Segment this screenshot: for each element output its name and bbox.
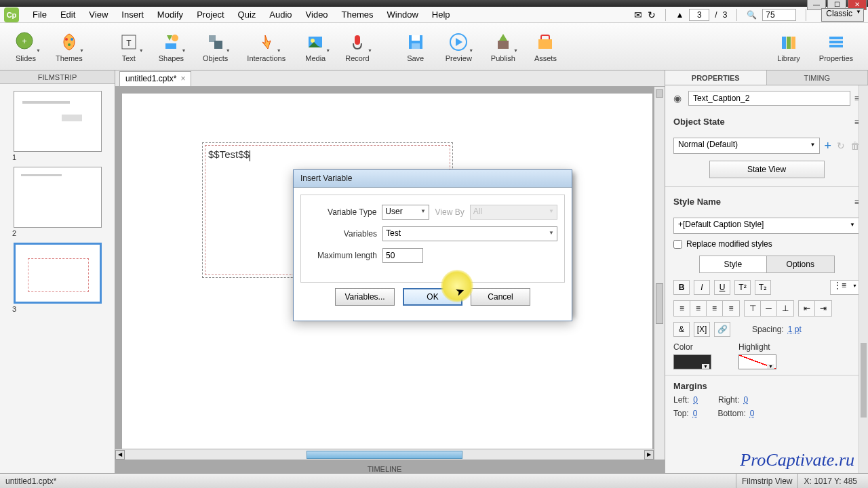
svg-point-3 (71, 38, 73, 41)
menu-themes[interactable]: Themes (335, 7, 380, 22)
document-tab[interactable]: untitled1.cptx* × (119, 71, 191, 86)
panel-scrollbar[interactable] (859, 85, 868, 476)
italic-button[interactable]: I (694, 280, 710, 295)
zoom-icon[interactable]: 🔍 (747, 10, 757, 20)
timeline-header[interactable]: TIMELINE (115, 465, 654, 473)
save-tool[interactable]: Save (397, 30, 435, 64)
close-tab-icon[interactable]: × (180, 74, 185, 83)
add-state-icon[interactable]: + (824, 139, 831, 153)
insert-symbol-button[interactable]: & (673, 322, 690, 337)
horizontal-scrollbar[interactable]: ◀ ▶ (115, 449, 654, 460)
margin-bottom-value[interactable]: 0 (750, 409, 755, 418)
cancel-button[interactable]: Cancel (471, 288, 530, 306)
align-right-button[interactable]: ≡ (707, 301, 723, 316)
record-tool[interactable]: ▼ Record (337, 30, 377, 64)
text-color-swatch[interactable] (673, 354, 711, 369)
menu-video[interactable]: Video (299, 7, 335, 22)
slides-tool[interactable]: +▼ Slides (7, 30, 45, 64)
text-tool[interactable]: T▼ Text (110, 30, 148, 64)
sync-icon[interactable]: ↻ (648, 9, 656, 20)
library-tool[interactable]: Library (769, 30, 808, 64)
shapes-tool[interactable]: ▼ Shapes (151, 30, 192, 64)
style-subtab[interactable]: Style (700, 256, 768, 272)
tab-properties[interactable]: PROPERTIES (665, 70, 767, 85)
vertical-scrollbar[interactable] (654, 87, 665, 460)
menu-insert[interactable]: Insert (115, 7, 151, 22)
ok-button[interactable]: OK (403, 288, 462, 306)
media-tool[interactable]: ▼ Media (296, 30, 334, 64)
menu-view[interactable]: View (82, 7, 115, 22)
variables-select[interactable]: Test (382, 226, 557, 241)
slides-icon: +▼ (15, 31, 37, 53)
scroll-thumb[interactable] (861, 343, 867, 418)
menu-file[interactable]: File (26, 7, 54, 22)
menu-audio[interactable]: Audio (262, 7, 298, 22)
tab-timing[interactable]: TIMING (767, 70, 869, 85)
scroll-thumb[interactable] (307, 451, 462, 459)
margin-right-value[interactable]: 0 (743, 395, 748, 405)
max-length-input[interactable] (382, 248, 423, 263)
valign-middle-button[interactable]: ─ (761, 301, 777, 316)
subscript-button[interactable]: T₂ (755, 280, 771, 295)
divider (806, 9, 806, 21)
align-justify-button[interactable]: ≡ (723, 301, 739, 316)
mail-icon[interactable]: ✉ (634, 9, 642, 20)
slide-thumb-3[interactable] (14, 243, 102, 304)
publish-tool[interactable]: ▼ Publish (483, 30, 524, 64)
interactions-tool[interactable]: ▼ Interactions (239, 30, 294, 64)
workspace-select[interactable]: Classic (821, 8, 864, 22)
upload-icon[interactable]: ▲ (675, 10, 684, 20)
scroll-right-button[interactable]: ▶ (644, 450, 654, 460)
highlight-color-swatch[interactable] (738, 354, 776, 369)
assets-tool[interactable]: Assets (526, 30, 565, 64)
variable-type-select[interactable]: User (382, 205, 429, 220)
margin-right-label: Right: (718, 395, 739, 405)
properties-panel: PROPERTIES TIMING ◉ ≡ Object State ≡ Nor… (665, 70, 868, 476)
margin-top-value[interactable]: 0 (693, 409, 698, 418)
align-center-button[interactable]: ≡ (690, 301, 707, 316)
indent-right-button[interactable]: ⇥ (815, 301, 831, 316)
svg-rect-21 (538, 39, 552, 49)
scroll-left-button[interactable]: ◀ (115, 450, 125, 460)
slide-thumb-2[interactable] (14, 167, 102, 228)
preview-tool[interactable]: ▼ Preview (437, 30, 480, 64)
margin-left-value[interactable]: 0 (693, 395, 698, 405)
options-subtab[interactable]: Options (767, 256, 834, 272)
valign-top-button[interactable]: ⊤ (745, 301, 761, 316)
variables-button[interactable]: Variables... (335, 288, 395, 306)
menu-window[interactable]: Window (380, 7, 425, 22)
indent-left-button[interactable]: ⇤ (799, 301, 815, 316)
replace-styles-checkbox[interactable] (673, 240, 682, 249)
visibility-icon[interactable]: ◉ (673, 93, 684, 104)
state-select[interactable]: Normal (Default) (673, 138, 820, 154)
svg-rect-27 (829, 45, 843, 47)
menu-quiz[interactable]: Quiz (231, 7, 263, 22)
zoom-input[interactable] (762, 9, 796, 21)
superscript-button[interactable]: T² (734, 280, 751, 295)
objects-tool[interactable]: ▼ Objects (195, 30, 236, 64)
underline-button[interactable]: U (714, 280, 730, 295)
scroll-thumb[interactable] (656, 89, 663, 98)
state-view-button[interactable]: State View (709, 161, 825, 178)
menu-modify[interactable]: Modify (151, 7, 190, 22)
page-current-input[interactable] (689, 9, 709, 21)
insert-hyperlink-button[interactable]: 🔗 (714, 322, 730, 337)
object-name-input[interactable] (688, 91, 850, 106)
align-left-button[interactable]: ≡ (674, 301, 690, 316)
list-style-select[interactable]: ⋮≡ (830, 280, 860, 295)
scroll-thumb[interactable] (656, 283, 663, 324)
margins-label: Margins (673, 381, 860, 391)
valign-bottom-button[interactable]: ⊥ (777, 301, 793, 316)
filmstrip-panel: FILMSTRIP 1 2 3 (0, 70, 115, 476)
menu-edit[interactable]: Edit (54, 7, 82, 22)
insert-variable-button[interactable]: [X] (694, 322, 710, 337)
properties-tool[interactable]: Properties (811, 30, 861, 64)
style-select[interactable]: +[Default Caption Style] (673, 218, 860, 234)
menu-help[interactable]: Help (425, 7, 457, 22)
menu-project[interactable]: Project (190, 7, 231, 22)
themes-tool[interactable]: ▼ Themes (47, 30, 91, 64)
bold-button[interactable]: B (673, 280, 690, 295)
slide-thumb-1[interactable] (14, 91, 102, 152)
spacing-value[interactable]: 1 pt (788, 325, 802, 334)
save-icon (405, 31, 427, 53)
